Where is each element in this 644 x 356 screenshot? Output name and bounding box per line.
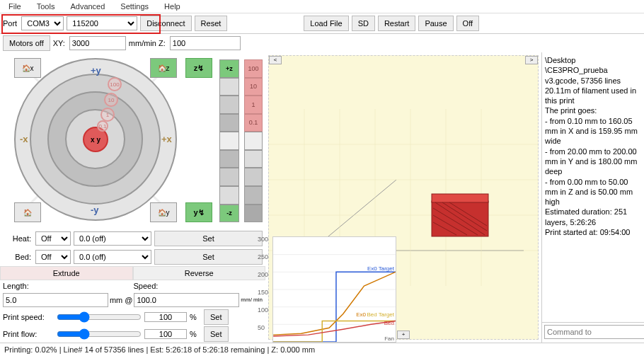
step-1-icon: 1: [100, 108, 115, 122]
z-step-c[interactable]: [219, 114, 239, 132]
print-flow-row: Print flow: 100 % Set: [0, 326, 265, 343]
home-z-button[interactable]: 🏠z: [150, 58, 177, 78]
toolbar: Port COM3 115200 Disconnect Reset Load F…: [0, 13, 644, 34]
log-line: - from 0.00 mm to 50.00 mm in Z and is 5…: [545, 177, 641, 207]
scale-100[interactable]: 100: [244, 59, 263, 78]
speed-input[interactable]: [134, 293, 239, 307]
pct-label: %: [190, 330, 201, 338]
z-step-d[interactable]: [219, 150, 239, 168]
length-speed-labels: Length: Speed:: [0, 280, 265, 292]
bed-set-button[interactable]: Set: [154, 249, 263, 265]
home-y-button[interactable]: 🏠y: [150, 202, 177, 222]
xy-label: XY:: [53, 39, 65, 47]
bed-label: Bed:: [3, 253, 31, 261]
log-line: The print goes:: [545, 105, 641, 115]
mm-min-label: mm/ min: [241, 297, 263, 302]
length-speed-row: mm @ mm/ min: [0, 292, 265, 309]
extrude-button[interactable]: Extrude: [0, 266, 133, 280]
log-line: \CE3PRO_prueba v3.gcode, 57356 lines: [545, 65, 641, 86]
menu-tools[interactable]: Tools: [34, 1, 58, 11]
extrude-reverse-row: Extrude Reverse: [0, 266, 265, 280]
z-step-a[interactable]: [219, 78, 239, 96]
bed-profile-select[interactable]: 0.0 (off): [74, 250, 151, 264]
motors-off-button[interactable]: Motors off: [3, 35, 50, 51]
print-flow-set-button[interactable]: Set: [204, 326, 229, 342]
print-flow-slider[interactable]: [57, 328, 142, 340]
legend-ex0-target: Ex0 Target: [367, 265, 394, 272]
log-line: - from 0.10 mm to 160.05 mm in X and is …: [545, 116, 641, 147]
home-corner-button[interactable]: 🏠: [14, 202, 41, 222]
print-speed-slider[interactable]: [57, 311, 142, 323]
disconnect-button[interactable]: Disconnect: [140, 16, 191, 31]
command-input[interactable]: [544, 325, 644, 339]
print-speed-set-button[interactable]: Set: [204, 309, 229, 325]
length-input[interactable]: [3, 293, 108, 307]
status-bar: Printing: 0.02% | Line# 14 of 57356 line…: [0, 343, 644, 356]
heat-label: Heat:: [3, 234, 31, 243]
xy-speed-input[interactable]: [69, 36, 126, 50]
step-100-icon: 100: [108, 77, 122, 91]
print-speed-row: Print speed: 100 % Set: [0, 309, 265, 326]
port-label: Port: [3, 19, 17, 28]
legend-bed: Bed: [384, 320, 394, 326]
heat-set-button[interactable]: Set: [154, 231, 263, 246]
pause-button[interactable]: Pause: [418, 16, 453, 31]
bed-off-select[interactable]: Off: [35, 250, 71, 264]
z-step-b[interactable]: [219, 96, 239, 114]
scale-bar: 100 10 1 0.1: [244, 59, 263, 222]
log-line: Print started at: 09:54:00: [545, 227, 641, 237]
menu-bar: File Tools Advanced Settings Help: [0, 0, 644, 13]
command-row: Send: [542, 322, 644, 343]
scale-10[interactable]: 10: [244, 78, 263, 96]
restart-button[interactable]: Restart: [378, 16, 415, 31]
pct-label: %: [190, 313, 201, 321]
length-label: Length:: [3, 282, 132, 290]
chart-xlabel: Fan: [384, 335, 394, 342]
sd-button[interactable]: SD: [352, 16, 375, 31]
log-line: 20.11m of filament used in this print: [545, 86, 641, 106]
heat-profile-select[interactable]: 0.0 (off): [74, 231, 151, 246]
load-file-button[interactable]: Load File: [304, 16, 348, 31]
print-flow-value[interactable]: 100: [144, 329, 187, 339]
log-line: - from 20.00 mm to 200.00 mm in Y and is…: [545, 147, 641, 177]
menu-file[interactable]: File: [6, 1, 24, 11]
step-10-icon: 10: [104, 93, 118, 107]
off-button[interactable]: Off: [456, 16, 479, 31]
heat-off-select[interactable]: Off: [35, 231, 71, 246]
z-corner-top-button[interactable]: z↯: [185, 58, 212, 78]
home-x-button[interactable]: 🏠x: [14, 58, 41, 78]
svg-rect-13: [432, 194, 488, 202]
z-speed-input[interactable]: [170, 36, 241, 50]
speed-label: Speed:: [134, 282, 263, 290]
print-speed-value[interactable]: 100: [144, 312, 187, 322]
baud-select[interactable]: 115200: [67, 16, 137, 30]
mm-at-label: mm @: [110, 296, 133, 304]
z-step-f[interactable]: [219, 186, 239, 205]
log-line: Estimated duration: 251 layers, 5:26:26: [545, 207, 641, 227]
scale-1[interactable]: 1: [244, 96, 263, 114]
temperature-chart: 300 250 200 150 100 50 Ex0 Target Ex0 Be…: [272, 236, 396, 343]
mmmin-z-label: mm/min Z:: [129, 39, 166, 47]
z-plus-button[interactable]: +z: [219, 59, 239, 78]
menu-help[interactable]: Help: [161, 1, 183, 11]
jog-panel: x y +y -y +x -x 100 10 1 0.1 🏠x 🏠z 🏠 🏠y …: [0, 52, 265, 229]
menu-advanced[interactable]: Advanced: [67, 1, 108, 11]
port-select[interactable]: COM3: [21, 16, 64, 30]
reverse-button[interactable]: Reverse: [133, 266, 266, 280]
heat-row: Heat: Off 0.0 (off) Set: [0, 229, 265, 248]
scale-01[interactable]: 0.1: [244, 114, 263, 132]
z-step-mid[interactable]: [219, 132, 239, 150]
z-corner-bot-button[interactable]: y↯: [185, 202, 212, 222]
print-speed-label: Print speed:: [3, 313, 52, 321]
z-jog-bar: +z -z: [219, 59, 239, 222]
legend-bed-target: Bed Target: [367, 311, 394, 318]
z-minus-button[interactable]: -z: [219, 205, 239, 223]
log-panel[interactable]: \Desktop \CE3PRO_prueba v3.gcode, 57356 …: [542, 52, 644, 322]
legend-ex0: Ex0: [356, 311, 366, 318]
z-step-e[interactable]: [219, 168, 239, 186]
bed-row: Bed: Off 0.0 (off) Set: [0, 248, 265, 266]
print-flow-label: Print flow:: [3, 330, 52, 338]
reset-button[interactable]: Reset: [195, 16, 228, 31]
menu-settings[interactable]: Settings: [117, 1, 151, 11]
jog-settings-row: Motors off XY: mm/min Z:: [0, 34, 644, 52]
